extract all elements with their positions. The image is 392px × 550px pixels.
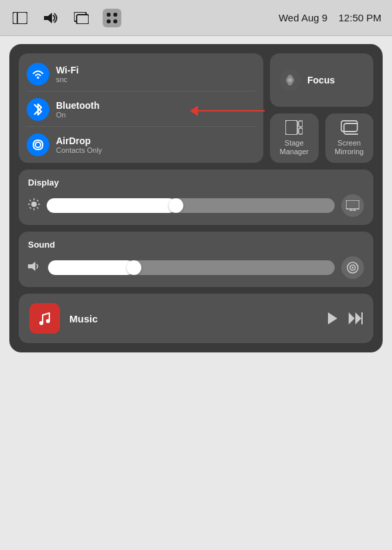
display-title: Display	[28, 178, 364, 188]
display-tile: Display	[19, 170, 373, 225]
svg-point-35	[46, 319, 50, 323]
svg-point-10	[35, 142, 41, 148]
svg-rect-12	[285, 120, 297, 135]
menubar-time: 12:50 PM	[339, 12, 381, 23]
svg-rect-0	[13, 12, 27, 24]
svg-line-24	[37, 200, 39, 202]
svg-point-33	[352, 267, 354, 269]
arrow-line	[198, 110, 265, 112]
svg-rect-4	[77, 15, 89, 24]
svg-point-34	[39, 321, 43, 325]
wifi-title: Wi-Fi	[56, 65, 79, 75]
svg-rect-39	[361, 312, 363, 324]
sound-title: Sound	[28, 240, 364, 250]
screen-mirroring-label: ScreenMirroring	[335, 139, 363, 156]
stage-manager-label: StageManager	[280, 139, 309, 156]
svg-marker-2	[44, 13, 52, 23]
bluetooth-icon	[27, 98, 49, 121]
svg-point-6	[113, 13, 117, 17]
menubar-date: Wed Aug 9	[279, 12, 327, 23]
sound-slider-thumb[interactable]	[127, 260, 141, 275]
screen-mirroring-tile[interactable]: ScreenMirroring	[325, 113, 374, 163]
airdrop-title: AirDrop	[56, 135, 102, 146]
svg-point-8	[113, 19, 117, 23]
display-action-btn[interactable]	[341, 194, 364, 217]
sound-slider-row	[28, 256, 364, 279]
music-tile: Music	[19, 294, 373, 343]
wifi-subtitle: snc	[56, 75, 79, 83]
svg-line-22	[30, 200, 31, 202]
skip-button[interactable]	[348, 312, 363, 325]
arrow-head	[190, 105, 198, 116]
svg-marker-38	[355, 312, 361, 324]
bluetooth-item[interactable]: Bluetooth On	[27, 95, 255, 127]
display-slider-fill	[47, 198, 176, 213]
focus-icon	[279, 69, 301, 91]
wifi-item[interactable]: Wi-Fi snc	[27, 60, 255, 91]
airdrop-text: AirDrop Contacts Only	[56, 135, 102, 154]
svg-point-9	[37, 77, 39, 79]
svg-marker-30	[28, 262, 35, 271]
focus-title: Focus	[307, 75, 335, 85]
airplay-btn[interactable]	[341, 256, 364, 279]
svg-point-5	[107, 13, 111, 17]
svg-rect-16	[344, 123, 358, 134]
sound-tile: Sound	[19, 232, 373, 287]
top-row: Wi-Fi snc Bluetooth On	[19, 53, 373, 163]
svg-rect-26	[346, 200, 359, 209]
bluetooth-arrow	[190, 105, 265, 116]
airdrop-subtitle: Contacts Only	[56, 146, 102, 154]
stage-manager-tile[interactable]: StageManager	[270, 113, 319, 163]
volume-icon[interactable]	[41, 9, 60, 27]
svg-point-11	[288, 78, 292, 82]
control-center-panel: Wi-Fi snc Bluetooth On	[9, 44, 383, 352]
svg-point-7	[107, 19, 111, 23]
focus-tile[interactable]: Focus	[270, 53, 373, 107]
window-icon[interactable]	[72, 9, 91, 27]
music-app-icon	[29, 303, 60, 334]
svg-line-23	[37, 208, 39, 209]
wifi-text: Wi-Fi snc	[56, 65, 79, 83]
music-controls	[327, 312, 363, 325]
svg-marker-37	[349, 312, 355, 324]
small-tiles-row: StageManager ScreenMirroring	[270, 113, 373, 163]
sound-slider[interactable]	[48, 260, 335, 275]
menubar-left	[11, 9, 121, 27]
airdrop-icon	[27, 133, 49, 156]
control-center-icon[interactable]	[103, 9, 121, 27]
connectivity-tile: Wi-Fi snc Bluetooth On	[19, 53, 263, 163]
display-slider[interactable]	[47, 198, 335, 213]
bluetooth-title: Bluetooth	[56, 100, 99, 111]
volume-slider-icon	[28, 261, 41, 274]
svg-line-25	[30, 208, 31, 209]
brightness-icon	[28, 198, 40, 213]
menubar: Wed Aug 9 12:50 PM	[0, 0, 392, 36]
menubar-datetime: Wed Aug 9 12:50 PM	[279, 12, 381, 23]
wifi-icon	[27, 63, 49, 85]
svg-rect-13	[299, 121, 303, 127]
display-slider-thumb[interactable]	[169, 198, 183, 213]
stage-manager-icon	[285, 120, 303, 135]
sidebar-icon[interactable]	[11, 9, 29, 27]
bluetooth-text: Bluetooth On	[56, 100, 99, 119]
airdrop-item[interactable]: AirDrop Contacts Only	[27, 131, 255, 156]
right-column: Focus StageManager	[270, 53, 373, 163]
music-title: Music	[69, 313, 317, 324]
screen-mirroring-icon	[341, 120, 358, 135]
bluetooth-subtitle: On	[56, 111, 99, 119]
svg-marker-36	[328, 312, 337, 324]
svg-point-17	[31, 202, 37, 207]
sound-slider-fill	[48, 260, 134, 275]
play-button[interactable]	[327, 312, 339, 325]
svg-rect-14	[299, 128, 303, 134]
display-slider-row	[28, 194, 364, 217]
